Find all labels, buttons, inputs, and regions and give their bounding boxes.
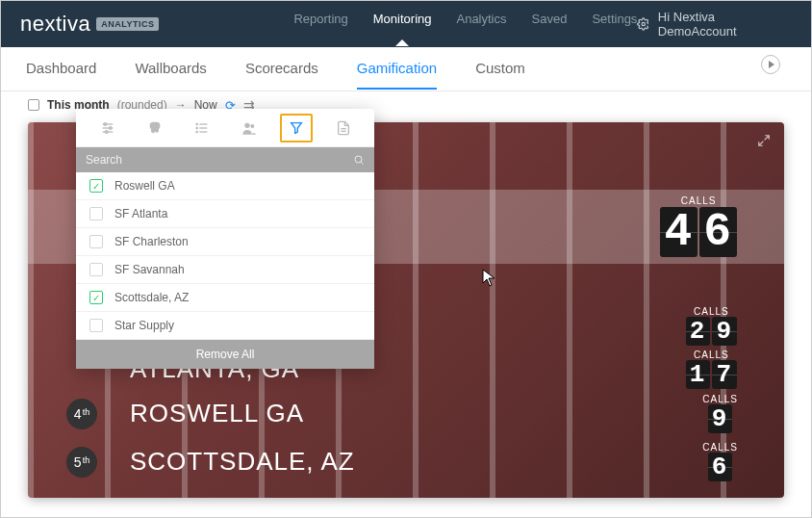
calls-value: 9 [702,404,738,433]
brand-badge: ANALYTICS [96,17,159,31]
calls-label: CALLS [685,306,738,317]
filter-option[interactable]: Star Supply [76,312,374,340]
play-icon [769,61,774,68]
svg-point-12 [196,131,197,132]
svg-line-18 [361,162,363,164]
calls-block: CALLS29 [685,306,738,346]
top-nav: ReportingMonitoringAnalyticsSavedSetting… [293,12,637,38]
rank-name: ROSWELL GA [130,399,702,428]
rank-badge: 5th [66,447,97,478]
sub-nav-gamification[interactable]: Gamification [357,60,437,78]
calls-block: CALLS9 [702,394,738,433]
top-nav-reporting[interactable]: Reporting [293,12,347,38]
calls-label: CALLS [685,350,738,360]
brain-icon[interactable] [139,114,171,142]
top-nav-analytics[interactable]: Analytics [456,12,506,38]
checkbox-icon[interactable] [89,263,103,276]
calls-block: CALLS17 [685,350,738,389]
account-greeting: Hi Nextiva DemoAccount [658,10,792,39]
checkbox-icon[interactable]: ✓ [89,291,103,304]
svg-point-11 [196,127,197,128]
filter-option-label: Scottsdale, AZ [114,291,189,304]
calls-value: 46 [659,206,738,258]
svg-point-14 [250,124,254,128]
filter-option[interactable]: ✓Scottsdale, AZ [76,284,374,312]
filter-option[interactable]: SF Savannah [76,256,374,284]
sub-nav-dashboard[interactable]: Dashboard [26,60,96,78]
expand-icon[interactable] [757,134,771,147]
users-icon[interactable] [233,114,266,142]
svg-point-13 [244,122,249,127]
calls-label: CALLS [702,394,738,404]
svg-point-10 [196,123,197,124]
search-input[interactable] [86,153,353,167]
gear-icon [637,17,649,31]
filter-option[interactable]: SF Atlanta [76,200,374,228]
calls-value: 29 [685,317,738,346]
logo: nextiva ANALYTICS [20,12,159,37]
sub-nav: DashboardWallboardsScorecardsGamificatio… [1,47,811,91]
top-nav-saved[interactable]: Saved [532,12,568,38]
calls-label: CALLS [659,195,738,206]
filter-option[interactable]: ✓Roswell GA [76,172,374,200]
filter-option-label: Roswell GA [114,179,175,193]
remove-all-button[interactable]: Remove All [76,340,374,369]
calls-block: CALLS6 [702,442,738,481]
checkbox-icon[interactable] [89,207,103,220]
top-nav-settings[interactable]: Settings [592,12,637,38]
panel-tab-row [76,109,374,147]
filter-option-label: SF Savannah [114,263,185,276]
document-icon[interactable] [327,114,360,142]
option-list[interactable]: ✓Roswell GASF AtlantaSF CharlestonSF Sav… [76,172,374,340]
top-nav-monitoring[interactable]: Monitoring [373,12,432,38]
brand-name: nextiva [20,12,90,37]
sub-nav-custom[interactable]: Custom [475,60,525,78]
calls-value: 6 [702,453,738,481]
sub-nav-wallboards[interactable]: Wallboards [135,60,206,78]
checkbox-icon[interactable]: ✓ [89,179,103,193]
leaderboard-row: 4thROSWELL GACALLS9 [28,388,784,439]
filter-option-label: SF Atlanta [114,207,167,220]
filter-option-label: SF Charleston [114,235,189,248]
list-icon[interactable] [186,114,218,142]
cursor-icon [482,269,497,288]
sliders-icon[interactable] [91,114,124,142]
calls-label: CALLS [702,442,738,453]
checkbox-icon[interactable] [89,319,103,332]
search-icon[interactable] [353,154,365,166]
calendar-icon[interactable] [28,99,39,111]
rank-badge: 4th [66,399,97,429]
calls-block: CALLS46 [659,195,738,258]
calls-value: 17 [685,360,738,389]
account-label[interactable]: Hi Nextiva DemoAccount [637,10,792,39]
sub-nav-scorecards[interactable]: Scorecards [245,60,318,78]
top-bar: nextiva ANALYTICS ReportingMonitoringAna… [1,1,811,47]
svg-point-0 [642,22,645,25]
filter-option-label: Star Supply [114,319,174,332]
search-row [76,147,374,172]
svg-point-17 [355,156,362,163]
leaderboard-row: 5thSCOTTSDALE, AZCALLS6 [28,436,784,487]
filter-icon[interactable] [280,114,313,142]
filter-option[interactable]: SF Charleston [76,228,374,256]
filter-panel: ✓Roswell GASF AtlantaSF CharlestonSF Sav… [76,109,374,369]
play-button[interactable] [761,55,780,74]
rank-name: SCOTTSDALE, AZ [130,447,702,477]
checkbox-icon[interactable] [89,235,103,248]
